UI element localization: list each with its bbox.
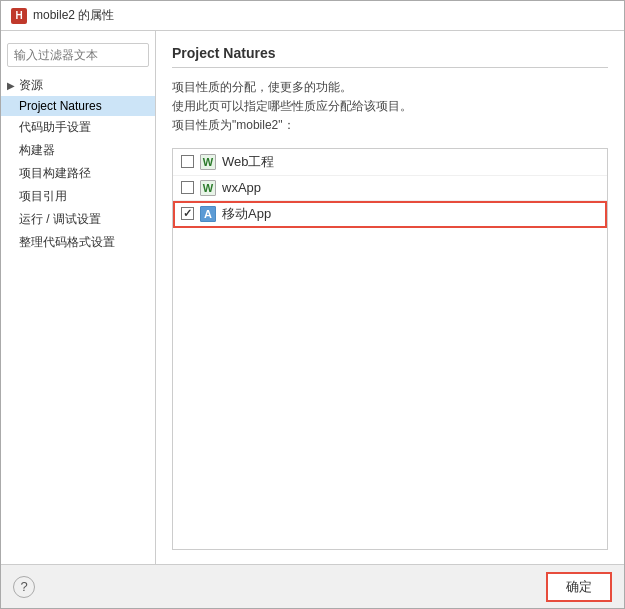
web-icon: W [200, 154, 216, 170]
dialog-body: ▶ 资源 Project Natures 代码助手设置 构建器 项目构建路径 [1, 31, 624, 564]
nature-item-wx[interactable]: W wxApp [173, 176, 607, 201]
section-title: Project Natures [172, 45, 608, 68]
nature-label-web: Web工程 [222, 153, 275, 171]
nature-label-mobile: 移动App [222, 205, 271, 223]
help-icon: ? [20, 579, 27, 594]
title-bar-text: mobile2 的属性 [33, 7, 114, 24]
filter-input[interactable] [7, 43, 149, 67]
sidebar-item-code-assistant[interactable]: 代码助手设置 [1, 116, 155, 139]
dialog-window: H mobile2 的属性 ▶ 资源 Project Natures [0, 0, 625, 609]
sidebar-item-run-debug[interactable]: 运行 / 调试设置 [1, 208, 155, 231]
sidebar-item-project-ref[interactable]: 项目引用 [1, 185, 155, 208]
sidebar-item-code-format[interactable]: 整理代码格式设置 [1, 231, 155, 254]
wx-icon: W [200, 180, 216, 196]
nature-list: W Web工程 W wxApp ✓ [172, 148, 608, 550]
checkbox-web[interactable] [181, 155, 194, 168]
desc-line2: 使用此页可以指定哪些性质应分配给该项目。 [172, 99, 412, 113]
expand-arrow-icon: ▶ [7, 80, 15, 91]
nature-item-web[interactable]: W Web工程 [173, 149, 607, 176]
nav-group-header-resources[interactable]: ▶ 资源 [1, 75, 155, 96]
desc-line1: 项目性质的分配，使更多的功能。 [172, 80, 352, 94]
title-bar: H mobile2 的属性 [1, 1, 624, 31]
mobile-icon: A [200, 206, 216, 222]
filter-wrapper [1, 31, 155, 69]
nav-group-resources: ▶ 资源 Project Natures 代码助手设置 构建器 项目构建路径 [1, 73, 155, 256]
confirm-button[interactable]: 确定 [546, 572, 612, 602]
checkmark-icon: ✓ [183, 207, 192, 220]
nature-label-wx: wxApp [222, 180, 261, 195]
desc-line3: 项目性质为"mobile2"： [172, 118, 295, 132]
nav-group-label: 资源 [19, 77, 43, 94]
dialog-footer: ? 确定 [1, 564, 624, 608]
left-panel: ▶ 资源 Project Natures 代码助手设置 构建器 项目构建路径 [1, 31, 156, 564]
section-desc: 项目性质的分配，使更多的功能。 使用此页可以指定哪些性质应分配给该项目。 项目性… [172, 78, 608, 136]
footer-buttons: 确定 [546, 572, 612, 602]
checkbox-wx[interactable] [181, 181, 194, 194]
sidebar-item-builder[interactable]: 构建器 [1, 139, 155, 162]
right-panel: Project Natures 项目性质的分配，使更多的功能。 使用此页可以指定… [156, 31, 624, 564]
checkbox-mobile[interactable]: ✓ [181, 207, 194, 220]
sidebar-item-build-path[interactable]: 项目构建路径 [1, 162, 155, 185]
nav-tree: ▶ 资源 Project Natures 代码助手设置 构建器 项目构建路径 [1, 69, 155, 564]
sidebar-item-project-natures[interactable]: Project Natures [1, 96, 155, 116]
nature-item-mobile[interactable]: ✓ A 移动App [173, 201, 607, 228]
app-icon: H [11, 8, 27, 24]
help-button[interactable]: ? [13, 576, 35, 598]
